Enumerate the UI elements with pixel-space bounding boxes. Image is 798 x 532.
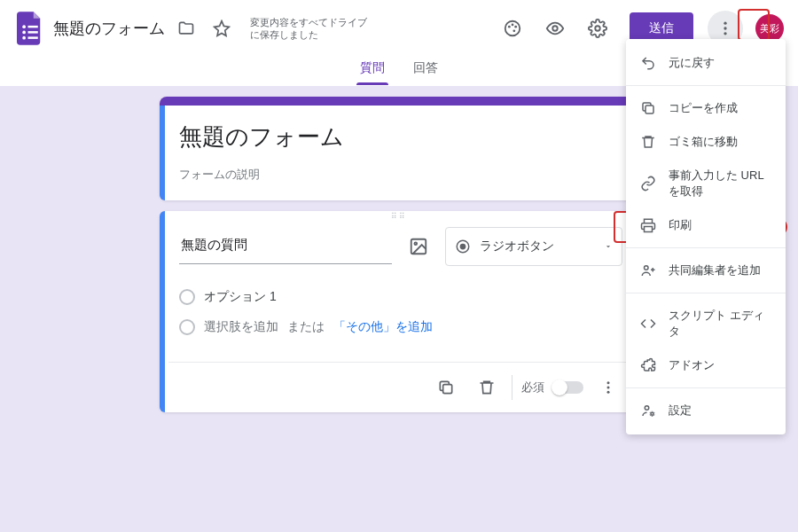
required-toggle[interactable] (553, 381, 583, 394)
copy-icon (640, 100, 656, 116)
question-more-icon[interactable] (592, 372, 624, 403)
svg-point-12 (595, 26, 600, 31)
question-card: ⠿⠿ ラジオボタン オプション 1 選択肢を追加 または (160, 211, 638, 412)
menu-separator (626, 387, 786, 388)
menu-prefill-url[interactable]: 事前入力した URL を取得 (626, 159, 786, 208)
link-icon (640, 176, 656, 192)
tab-responses[interactable]: 回答 (410, 57, 442, 85)
svg-point-27 (645, 406, 649, 411)
duplicate-icon[interactable] (430, 372, 462, 403)
title-card: 無題のフォーム フォームの説明 (160, 97, 638, 200)
save-status: 変更内容をすべてドライブに保存しました (250, 16, 374, 42)
svg-rect-3 (28, 31, 38, 34)
code-icon (640, 316, 656, 332)
forms-logo-icon (14, 12, 46, 44)
or-label: または (287, 319, 325, 335)
divider (512, 375, 512, 400)
svg-rect-4 (22, 36, 26, 40)
radio-icon (179, 319, 195, 335)
svg-point-14 (724, 27, 726, 29)
active-indicator (160, 211, 165, 412)
form-title[interactable]: 無題のフォーム (179, 121, 619, 153)
svg-point-17 (414, 242, 417, 245)
svg-point-28 (651, 412, 653, 415)
theme-icon[interactable] (495, 11, 530, 46)
active-indicator (160, 106, 165, 200)
svg-point-26 (645, 266, 649, 270)
preview-icon[interactable] (537, 11, 573, 46)
people-add-icon (640, 262, 656, 278)
menu-separator (626, 293, 786, 293)
radio-icon (455, 239, 471, 254)
document-title[interactable]: 無題のフォーム (53, 18, 165, 39)
required-label: 必須 (521, 379, 544, 395)
puzzle-icon (640, 357, 656, 373)
svg-rect-0 (22, 25, 26, 28)
settings-icon[interactable] (580, 11, 615, 46)
svg-point-23 (607, 391, 610, 394)
accent-bar (160, 97, 638, 106)
svg-point-10 (512, 29, 515, 32)
svg-rect-24 (645, 106, 653, 113)
menu-separator (626, 247, 786, 248)
svg-rect-5 (28, 36, 38, 39)
svg-point-7 (508, 26, 511, 28)
question-type-select[interactable]: ラジオボタン (445, 227, 622, 266)
trash-icon (640, 134, 656, 150)
tab-questions[interactable]: 質問 (356, 57, 388, 85)
svg-point-11 (552, 26, 558, 31)
move-folder-icon[interactable] (172, 14, 200, 43)
menu-make-copy[interactable]: コピーを作成 (626, 91, 786, 125)
delete-icon[interactable] (471, 372, 503, 403)
menu-script-editor[interactable]: スクリプト エディタ (626, 299, 786, 348)
add-other-link[interactable]: 「その他」を追加 (333, 319, 433, 335)
menu-settings[interactable]: 設定 (626, 394, 786, 427)
svg-point-8 (512, 24, 514, 27)
add-option-label[interactable]: 選択肢を追加 (204, 319, 278, 335)
svg-point-6 (505, 21, 520, 36)
menu-print[interactable]: 印刷 (626, 208, 786, 242)
drag-handle-icon[interactable]: ⠿⠿ (160, 211, 638, 222)
menu-add-collaborators[interactable]: 共同編集者を追加 (626, 254, 786, 287)
menu-separator (626, 85, 786, 86)
menu-addons[interactable]: アドオン (626, 348, 786, 382)
svg-point-13 (724, 22, 726, 25)
star-icon[interactable] (207, 14, 236, 43)
option-row[interactable]: オプション 1 (179, 282, 619, 312)
option-label[interactable]: オプション 1 (204, 289, 277, 305)
more-menu: 元に戻す コピーを作成 ゴミ箱に移動 事前入力した URL を取得 印刷 共同編… (626, 39, 786, 434)
svg-point-9 (514, 26, 517, 28)
chevron-down-icon (604, 242, 613, 251)
svg-rect-25 (645, 227, 653, 232)
svg-point-21 (607, 381, 610, 384)
svg-rect-20 (443, 385, 452, 394)
menu-undo[interactable]: 元に戻す (626, 46, 786, 80)
svg-point-15 (724, 32, 726, 35)
question-title-input[interactable] (179, 229, 392, 264)
person-settings-icon (640, 403, 656, 419)
radio-icon (179, 289, 195, 305)
undo-icon (640, 55, 656, 71)
add-option-row[interactable]: 選択肢を追加 または 「その他」を追加 (179, 312, 619, 342)
print-icon (640, 217, 656, 233)
svg-point-19 (460, 244, 466, 250)
svg-point-22 (607, 387, 610, 389)
svg-rect-1 (28, 26, 38, 28)
menu-trash[interactable]: ゴミ箱に移動 (626, 125, 786, 159)
add-image-icon[interactable] (403, 231, 434, 262)
form-description[interactable]: フォームの説明 (179, 167, 619, 183)
question-type-label: ラジオボタン (480, 239, 554, 254)
svg-rect-2 (22, 31, 26, 35)
